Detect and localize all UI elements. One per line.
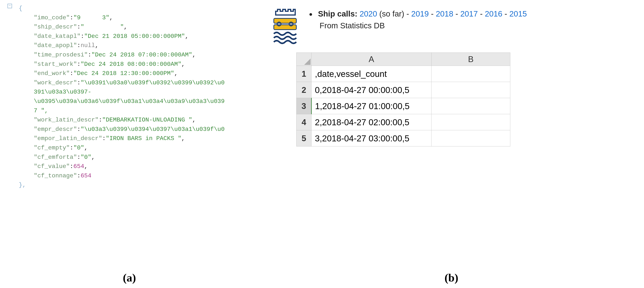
ship-calls-label: Ship calls: xyxy=(318,10,358,18)
year-link-2018[interactable]: 2018 xyxy=(436,10,453,18)
row-header-5[interactable]: 5 xyxy=(296,130,312,146)
json-line: "work_latin_descr":"DEMBARKATION-UNLOADI… xyxy=(34,115,253,125)
row-header-4[interactable]: 4 xyxy=(296,114,312,130)
row-header-1[interactable]: 1 xyxy=(296,66,312,82)
json-line: "cf_empty":"0", xyxy=(34,143,253,152)
json-close-brace: }, xyxy=(19,182,26,188)
table-row[interactable]: 4 2,2018-04-27 02:00:00,5 xyxy=(296,114,510,130)
json-line: "start_work":"Dec 24 2018 08:00:00:000AM… xyxy=(34,60,253,69)
json-viewer-panel: − { "imo_code":"9 3", "ship_descr":" ", … xyxy=(0,0,259,262)
cell-A1[interactable]: ,date,vessel_count xyxy=(312,66,432,82)
caption-b: (b) xyxy=(259,271,644,284)
cell-A3[interactable]: 1,2018-04-27 01:00:00,5 xyxy=(312,98,432,114)
cell-B5[interactable] xyxy=(432,130,510,146)
so-far-suffix: (so far) xyxy=(380,10,404,18)
ship-calls-block: Ship calls: 2020 (so far) - 2019 - 2018 … xyxy=(310,8,527,32)
json-line: "empor_latin_descr":"IRON BARS in PACKS … xyxy=(34,134,253,143)
json-line-continuation: 7 ", xyxy=(34,106,253,116)
row-header-2[interactable]: 2 xyxy=(296,82,312,98)
json-line: "work_descr":"\u0391\u03a0\u039f\u0392\u… xyxy=(34,78,253,88)
json-line: "empr_descr":"\u03a3\u0399\u0394\u0397\u… xyxy=(34,125,253,134)
table-row[interactable]: 2 0,2018-04-27 00:00:00,5 xyxy=(296,82,510,98)
caption-a: (a) xyxy=(0,271,259,284)
cell-B3[interactable] xyxy=(432,98,510,114)
cell-B1[interactable] xyxy=(432,66,510,82)
json-line: "cf_emforta":"0", xyxy=(34,152,253,162)
svg-rect-0 xyxy=(274,18,296,23)
json-open-brace: { xyxy=(19,5,22,12)
json-line-continuation: \u0395\u039a\u03a6\u039f\u03a1\u03a4\u03… xyxy=(34,97,253,106)
select-all-corner[interactable] xyxy=(296,53,312,66)
table-row[interactable]: 1 ,date,vessel_count xyxy=(296,66,510,82)
json-line: "ship_descr":" ", xyxy=(34,22,253,32)
cell-A4[interactable]: 2,2018-04-27 02:00:00,5 xyxy=(312,114,432,130)
table-row[interactable]: 5 3,2018-04-27 03:00:00,5 xyxy=(296,130,510,146)
col-header-A[interactable]: A xyxy=(312,53,432,66)
json-line: "date_apopl":null, xyxy=(34,41,253,50)
json-line: "date_katapl":"Dec 21 2018 05:00:00:000P… xyxy=(34,32,253,41)
right-panel: Ship calls: 2020 (so far) - 2019 - 2018 … xyxy=(259,0,644,262)
json-line: "cf_tonnage":654 xyxy=(34,171,253,180)
json-line: "cf_value":654, xyxy=(34,162,253,171)
json-line: "time_prosdesi":"Dec 24 2018 07:00:00:00… xyxy=(34,50,253,60)
collapse-toggle-icon[interactable]: − xyxy=(8,4,12,8)
json-line-continuation: 391\u03a3\u0397- xyxy=(34,88,253,97)
spreadsheet-grid[interactable]: A B 1 ,date,vessel_count 2 0,2018-04-27 … xyxy=(296,52,510,146)
year-link-2016[interactable]: 2016 xyxy=(485,10,502,18)
table-row[interactable]: 3 1,2018-04-27 01:00:00,5 xyxy=(296,98,510,114)
ship-calls-subtitle: From Statistics DB xyxy=(310,20,527,32)
json-line: "end_work":"Dec 24 2018 12:30:00:000PM", xyxy=(34,69,253,78)
bullet-icon xyxy=(310,13,312,16)
col-header-B[interactable]: B xyxy=(432,53,510,66)
year-link-2015[interactable]: 2015 xyxy=(509,10,527,18)
year-link-2017[interactable]: 2017 xyxy=(460,10,478,18)
port-authority-logo-icon xyxy=(266,8,304,45)
cell-B2[interactable] xyxy=(432,82,510,98)
cell-A5[interactable]: 3,2018-04-27 03:00:00,5 xyxy=(312,130,432,146)
row-header-3[interactable]: 3 xyxy=(296,98,312,114)
svg-rect-1 xyxy=(274,25,296,30)
year-link-2019[interactable]: 2019 xyxy=(411,10,429,18)
cell-A2[interactable]: 0,2018-04-27 00:00:00,5 xyxy=(312,82,432,98)
json-line: "imo_code":"9 3", xyxy=(34,13,253,22)
year-link-2020[interactable]: 2020 xyxy=(360,10,377,18)
cell-B4[interactable] xyxy=(432,114,510,130)
